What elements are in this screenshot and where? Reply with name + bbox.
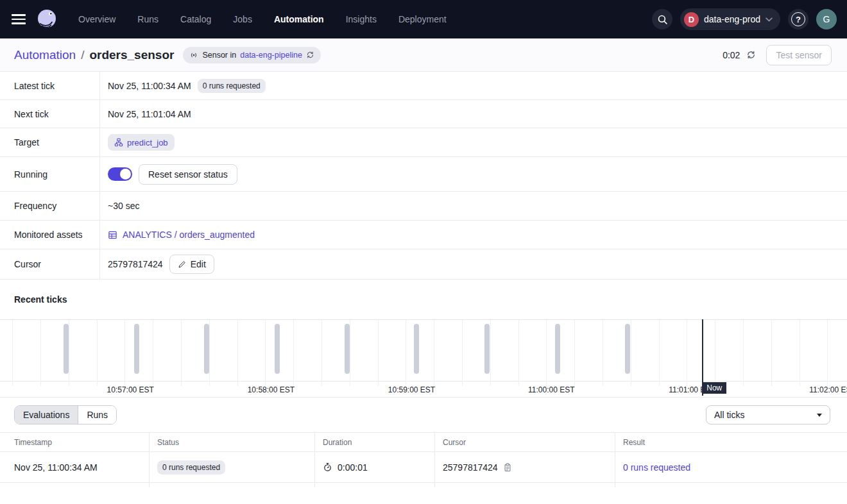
frequency-label: Frequency xyxy=(0,201,99,211)
pencil-icon xyxy=(178,260,186,269)
sensor-tick-bar[interactable] xyxy=(64,324,69,374)
nav-item-overview[interactable]: Overview xyxy=(78,14,116,24)
job-graph-icon xyxy=(114,138,123,147)
reload-location-icon[interactable] xyxy=(306,51,314,59)
ticks-panel: Evaluations Runs All ticks Timestamp Sta… xyxy=(0,397,847,487)
breadcrumb: Automation / orders_sensor xyxy=(14,48,174,62)
user-avatar[interactable]: G xyxy=(816,9,837,29)
tick-gridline xyxy=(800,320,800,386)
header-actions: 0:02 Test sensor xyxy=(723,45,832,65)
tick-gridline xyxy=(40,320,41,386)
col-timestamp: Timestamp xyxy=(0,433,149,451)
sensor-tick-bar[interactable] xyxy=(204,324,209,374)
tick-gridline xyxy=(462,320,463,386)
nav-item-insights[interactable]: Insights xyxy=(346,14,377,24)
axis-tick-label: 11:00:00 EST xyxy=(528,385,575,394)
top-nav: Overview Runs Catalog Jobs Automation In… xyxy=(0,0,847,38)
detail-row-target: Target predict_job xyxy=(0,128,847,157)
sensor-tick-bar[interactable] xyxy=(134,324,139,374)
running-label: Running xyxy=(0,169,99,180)
row-duration: 0:00:01 xyxy=(338,462,368,473)
nav-item-catalog[interactable]: Catalog xyxy=(180,14,211,24)
edit-cursor-button[interactable]: Edit xyxy=(169,255,214,274)
latest-tick-label: Latest tick xyxy=(0,81,99,91)
nav-item-jobs[interactable]: Jobs xyxy=(233,14,252,24)
row-status-badge: 0 runs requested xyxy=(157,460,225,475)
search-icon xyxy=(657,14,668,25)
sensor-signal-icon xyxy=(189,51,198,60)
tick-gridline xyxy=(124,320,125,386)
chevron-down-icon xyxy=(766,17,773,22)
code-location-link[interactable]: data-eng-pipeline xyxy=(240,51,302,60)
breadcrumb-separator: / xyxy=(81,48,84,62)
hamburger-menu-icon[interactable] xyxy=(12,12,27,27)
page-header: Automation / orders_sensor Sensor in dat… xyxy=(0,38,847,72)
sensor-tick-bar[interactable] xyxy=(625,324,630,374)
tick-filter-dropdown[interactable]: All ticks xyxy=(706,405,830,424)
sensor-tick-bar[interactable] xyxy=(345,324,350,374)
sensor-location-badge: Sensor in data-eng-pipeline xyxy=(183,47,320,63)
tick-gridline xyxy=(687,320,687,386)
nav-item-automation[interactable]: Automation xyxy=(274,14,324,24)
running-toggle[interactable] xyxy=(108,167,132,181)
tab-runs[interactable]: Runs xyxy=(78,406,116,424)
latest-tick-status-badge: 0 runs requested xyxy=(198,79,266,93)
tick-gridline xyxy=(321,320,322,386)
detail-row-running: Running Reset sensor status xyxy=(0,157,847,192)
monitored-assets-label: Monitored assets xyxy=(0,230,99,240)
table-row: Nov 25, 11:00:34 AM 0 runs requested 0:0… xyxy=(0,452,847,483)
tick-chart-plot xyxy=(0,319,847,382)
tick-gridline xyxy=(237,320,238,386)
search-button[interactable] xyxy=(652,9,672,29)
tick-gridline xyxy=(97,320,98,386)
tab-evaluations[interactable]: Evaluations xyxy=(15,406,78,424)
axis-tick-label: 11:02:00 EST xyxy=(809,385,847,394)
help-button[interactable]: ? xyxy=(788,9,809,29)
detail-row-cursor: Cursor 25797817424 Edit xyxy=(0,249,847,280)
tick-gridline xyxy=(69,320,69,386)
tick-filter-value: All ticks xyxy=(714,410,744,420)
next-tick-label: Next tick xyxy=(0,109,99,119)
axis-tick-label: 10:59:00 EST xyxy=(388,385,435,394)
tick-gridline xyxy=(603,320,603,386)
sensor-tick-bar[interactable] xyxy=(414,324,419,374)
tick-gridline xyxy=(827,320,828,386)
tick-gridline xyxy=(293,320,294,386)
test-sensor-button[interactable]: Test sensor xyxy=(766,45,832,65)
sensor-tick-bar[interactable] xyxy=(555,324,560,374)
col-status: Status xyxy=(149,433,314,451)
refresh-icon[interactable] xyxy=(746,50,756,60)
ticks-view-tabs: Evaluations Runs xyxy=(14,405,117,424)
tick-gridline xyxy=(12,320,13,386)
col-duration: Duration xyxy=(314,433,434,451)
help-icon: ? xyxy=(791,12,805,26)
nav-item-runs[interactable]: Runs xyxy=(137,14,158,24)
tick-timeline: 10:57:00 EST10:58:00 EST10:59:00 EST11:0… xyxy=(0,319,847,397)
target-label: Target xyxy=(0,137,99,147)
row-cursor: 25797817424 xyxy=(443,462,498,473)
sensor-tick-bar[interactable] xyxy=(484,324,490,374)
detail-row-monitored-assets: Monitored assets ANALYTICS / orders_augm… xyxy=(0,221,847,249)
breadcrumb-automation-link[interactable]: Automation xyxy=(14,48,76,62)
target-job-pill[interactable]: predict_job xyxy=(108,134,175,151)
detail-row-frequency: Frequency ~30 sec xyxy=(0,192,847,221)
monitored-asset-link[interactable]: ANALYTICS / orders_augmented xyxy=(108,230,255,240)
row-result-link[interactable]: 0 runs requested xyxy=(623,462,690,473)
tick-gridline xyxy=(715,320,715,386)
nav-item-deployment[interactable]: Deployment xyxy=(398,14,447,24)
sensor-tick-bar[interactable] xyxy=(275,324,280,374)
clipboard-icon[interactable] xyxy=(503,463,512,472)
dagster-logo[interactable] xyxy=(35,7,59,31)
sensor-badge-text: Sensor in xyxy=(202,51,236,60)
tick-gridline xyxy=(153,320,153,386)
caret-down-icon xyxy=(817,414,822,417)
reset-sensor-status-button[interactable]: Reset sensor status xyxy=(139,164,237,185)
tick-gridline xyxy=(378,320,379,386)
col-cursor: Cursor xyxy=(434,433,615,451)
deployment-switcher[interactable]: D data-eng-prod xyxy=(680,8,780,30)
tick-countdown: 0:02 xyxy=(723,50,740,60)
monitored-asset-name: ANALYTICS / orders_augmented xyxy=(123,230,255,240)
tick-gridline xyxy=(771,320,772,386)
page-title: orders_sensor xyxy=(89,48,174,62)
tick-gridline xyxy=(434,320,434,386)
